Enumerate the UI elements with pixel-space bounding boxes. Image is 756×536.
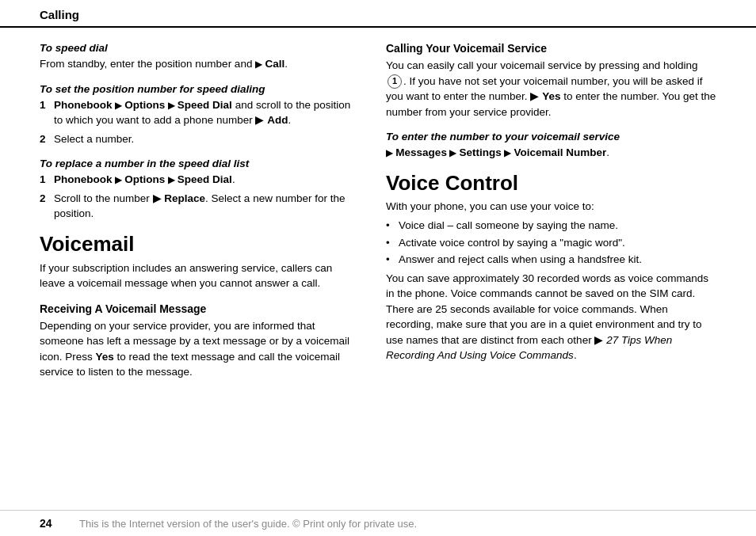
add-link: Add [267,114,288,126]
en-arrow2: ▶ [447,147,460,158]
page-title: Calling [40,8,79,21]
arrow-icon: ▶ [255,59,265,70]
receiving-yes-link: Yes [96,351,114,363]
r-options: Options [124,173,165,185]
list-item: • Activate voice control by saying a "ma… [386,235,716,251]
receiving-body: Depending on your service provider, you … [40,318,354,380]
replace-link: Replace [164,192,205,204]
arrow1: ▶ [113,100,125,111]
replace-item-2: Scroll to the number ▶ Replace. Select a… [54,191,354,222]
bullet-text-2: Activate voice control by saying a "magi… [399,235,625,251]
voicemail-section: Voicemail If your subscription includes … [40,233,354,291]
left-column: To speed dial From standby, enter the po… [40,42,378,391]
calling-voicemail-section: Calling Your Voicemail Service You can e… [386,42,716,120]
options-link: Options [124,99,165,111]
voice-control-intro: With your phone, you can use your voice … [386,199,716,215]
set-position-title: To set the position number for speed dia… [40,83,354,95]
set-position-item-2: Select a number. [54,131,354,147]
set-position-item-1: Phonebook ▶ Options ▶ Speed Dial and scr… [54,97,354,128]
speed-dial-text: From standby, enter the position number … [40,58,252,70]
calling-voicemail-title: Calling Your Voicemail Service [386,42,716,55]
set-position-section: To set the position number for speed dia… [40,83,354,147]
page-number: 24 [40,517,63,530]
r-arrow2: ▶ [165,174,178,185]
bullet-2: • [386,235,399,251]
cv-text-pre: You can easily call your voicemail servi… [386,59,697,71]
voice-control-bullet-list: • Voice dial – call someone by saying th… [386,218,716,268]
replace-number-section: To replace a number in the speed dial li… [40,158,354,222]
replace-number-list: 1 Phonebook ▶ Options ▶ Speed Dial. 2 Sc… [40,172,354,222]
list-num-r2: 2 [40,191,54,222]
key-1: 1 [388,74,402,89]
list-item: 1 Phonebook ▶ Options ▶ Speed Dial and s… [40,97,354,128]
voice-control-section: Voice Control With your phone, you can u… [386,172,716,363]
receiving-section: Receiving A Voicemail Message Depending … [40,302,354,380]
en-messages: Messages [395,146,447,158]
en-arrow: ▶ [386,147,395,158]
speed-dial-call-link: Call [265,58,285,70]
right-column: Calling Your Voicemail Service You can e… [378,42,716,391]
voice-control-body: You can save approximately 30 recorded w… [386,271,716,363]
speed-dial-body: From standby, enter the position number … [40,56,354,72]
bullet-text-1: Voice dial – call someone by saying the … [399,218,618,234]
bullet-3: • [386,252,399,268]
en-voicemail-number: Voicemail Number [514,146,607,158]
list-num-2: 2 [40,131,54,147]
enter-number-section: To enter the number to your voicemail se… [386,131,716,161]
voice-control-title: Voice Control [386,172,716,195]
en-settings: Settings [460,146,502,158]
voicemail-body: If your subscription includes an answeri… [40,260,354,291]
list-item: 2 Select a number. [40,131,354,147]
speed-dial-title: To speed dial [40,42,354,54]
bullet-text-3: Answer and reject calls when using a han… [399,252,642,268]
list-num-1: 1 [40,97,54,128]
en-arrow3: ▶ [502,147,514,158]
speed-dial-period: . [284,58,288,70]
r-phonebook: Phonebook [54,173,113,185]
page-footer: 24 This is the Internet version of the u… [0,510,756,536]
receiving-title: Receiving A Voicemail Message [40,302,354,315]
r-speeddial: Speed Dial [178,173,232,185]
list-item: 2 Scroll to the number ▶ Replace. Select… [40,191,354,222]
replace-item-1: Phonebook ▶ Options ▶ Speed Dial. [54,172,354,188]
list-item: 1 Phonebook ▶ Options ▶ Speed Dial. [40,172,354,188]
page-header: Calling [0,0,756,28]
list-item: • Voice dial – call someone by saying th… [386,218,716,234]
list-item: • Answer and reject calls when using a h… [386,252,716,268]
set-position-list: 1 Phonebook ▶ Options ▶ Speed Dial and s… [40,97,354,147]
speed-dial-link: Speed Dial [178,99,232,111]
voicemail-title: Voicemail [40,233,354,256]
main-content: To speed dial From standby, enter the po… [0,28,756,423]
replace-number-title: To replace a number in the speed dial li… [40,158,354,169]
footer-note: This is the Internet version of the user… [79,518,417,530]
list-num-r1: 1 [40,172,54,188]
arrow2: ▶ [165,100,178,111]
phonebook-link: Phonebook [54,99,113,111]
bullet-1: • [386,218,399,234]
vc-period: . [574,349,577,361]
enter-number-body: ▶ Messages ▶ Settings ▶ Voicemail Number… [386,145,716,161]
en-period: . [606,146,609,158]
enter-number-title: To enter the number to your voicemail se… [386,131,716,143]
page: Calling To speed dial From standby, ente… [0,0,756,536]
speed-dial-section: To speed dial From standby, enter the po… [40,42,354,72]
calling-voicemail-body: You can easily call your voicemail servi… [386,58,716,120]
cv-yes-link: Yes [542,90,560,102]
r-arrow1: ▶ [113,174,125,185]
